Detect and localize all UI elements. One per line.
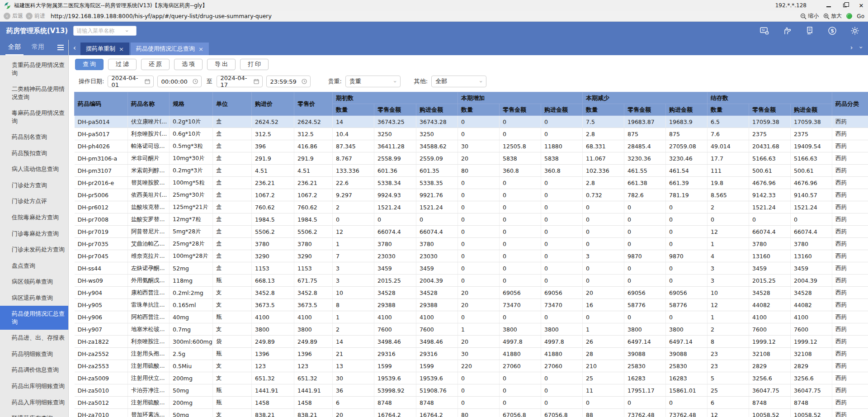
tab-close-icon[interactable]: × bbox=[198, 46, 203, 52]
toolbar-button-1[interactable]: 查询 bbox=[75, 59, 104, 70]
table-row[interactable]: DH-za5012注射用硫酸...200mg瓶14581458687488748… bbox=[75, 397, 868, 409]
sidebar-item[interactable]: 病区退药单查询 bbox=[0, 290, 68, 306]
table-row[interactable]: DH-pm3107米索前列醇...0.2mg*3片盒4.514.51133.33… bbox=[75, 165, 868, 177]
chevron-down-icon[interactable]: › bbox=[124, 29, 130, 32]
column-subheader[interactable]: 购进金额 bbox=[416, 104, 458, 116]
sidebar-item[interactable]: 药品进、出、存报表 bbox=[0, 330, 68, 346]
sidebar-tab-常用[interactable]: 常用 bbox=[29, 40, 47, 55]
table-row[interactable]: DH-ss44左炔诺孕酮...52mg盒11531153334593459000… bbox=[75, 262, 868, 275]
table-row[interactable]: DH-za5010卡泊芬净注...50mg瓶1441.911441.913653… bbox=[75, 384, 868, 397]
table-row[interactable]: DH-pr6012盐酸埃克替...125mg*21片盒760.62760.622… bbox=[75, 201, 868, 213]
table-row[interactable]: DH-za5009注射用伏立...200mg支651.32651.3230195… bbox=[75, 372, 868, 384]
table-row[interactable]: DH-y904康柏西普注...0.2ml:2mg支3452.83452.8103… bbox=[75, 287, 868, 299]
table-row[interactable]: DH-y906阿柏西普注...40mg瓶41004100141004100000… bbox=[75, 311, 868, 323]
column-header[interactable]: 药品编码 bbox=[75, 92, 128, 116]
tabs-list-dropdown-icon[interactable]: › bbox=[858, 46, 865, 49]
date-to-input[interactable]: 2024-04-17 bbox=[217, 76, 263, 87]
column-header[interactable]: 单位 bbox=[213, 92, 252, 116]
sidebar-tab-全部[interactable]: 全部 bbox=[5, 40, 24, 55]
sidebar-item[interactable]: 住院毒麻处方查询 bbox=[0, 209, 68, 226]
column-subheader[interactable]: 数量 bbox=[708, 104, 749, 116]
table-row[interactable]: DH-pr7045维奈克拉片...100mg*28片盒3290329072303… bbox=[75, 250, 868, 262]
sidebar-item[interactable]: 药品使用情况汇总查询 bbox=[0, 306, 68, 330]
forward-button[interactable]: › 前进 bbox=[26, 12, 45, 20]
minimize-button[interactable] bbox=[826, 3, 832, 8]
sidebar-item[interactable]: 二类精神药品使用情况查询 bbox=[0, 81, 68, 105]
sidebar-item[interactable]: 药品别名查询 bbox=[0, 129, 68, 145]
table-row[interactable]: DH-za7010替加环素冻...50mg支838.21838.21201676… bbox=[75, 409, 868, 417]
column-header[interactable]: 购进价 bbox=[252, 92, 294, 116]
document-tab[interactable]: 药品使用情况汇总查询× bbox=[131, 43, 209, 55]
valuable-select[interactable]: 贵重 › bbox=[345, 76, 401, 87]
table-row[interactable]: DH-pa5014伏立康唑片(...0.2g*10片盒2624.522624.5… bbox=[75, 116, 868, 128]
column-subheader[interactable]: 数量 bbox=[333, 104, 374, 116]
table-row[interactable]: DH-za1822利奈唑胺注...300ml:600mg袋249.89249.8… bbox=[75, 336, 868, 348]
date-from-input[interactable]: 2024-04-01 bbox=[108, 76, 154, 87]
tab-close-icon[interactable]: × bbox=[119, 46, 124, 52]
time-from-input[interactable]: 00:00:00 bbox=[157, 76, 202, 87]
column-subheader[interactable]: 数量 bbox=[583, 104, 624, 116]
settings-gear-icon[interactable] bbox=[850, 26, 860, 36]
back-button[interactable]: ‹ 后退 bbox=[4, 12, 23, 20]
close-button[interactable]: ✕ bbox=[858, 3, 864, 8]
document-tab[interactable]: 摆药单重制× bbox=[80, 43, 129, 55]
table-row[interactable]: DH-pr5006依西美坦片(...25mg*30片盒1067.21067.29… bbox=[75, 189, 868, 201]
table-row[interactable]: DH-za2553注射用硫酸...0.5Miu支1231231315991599… bbox=[75, 360, 868, 372]
sidebar-item[interactable]: 门诊处方查询 bbox=[0, 177, 68, 194]
column-subheader[interactable]: 零售金额 bbox=[500, 104, 541, 116]
si-card-reader-icon[interactable]: SI bbox=[760, 26, 769, 36]
table-row[interactable]: DH-ws09外用氨酮戊...118mg瓶668.13671.7532015.2… bbox=[75, 275, 868, 287]
table-row[interactable]: DH-y905雷珠单抗注...0.165ml支3673.53673.582938… bbox=[75, 299, 868, 311]
table-row[interactable]: DH-ph4026帕洛诺司琼...0.5mg*3粒盒396416.8687.34… bbox=[75, 140, 868, 152]
receipt-printer-icon[interactable] bbox=[805, 26, 815, 36]
tabs-scroll-left-icon[interactable]: ‹ bbox=[69, 43, 80, 52]
toolbar-button-3[interactable]: 还原 bbox=[141, 59, 170, 70]
menu-search-input[interactable] bbox=[76, 28, 126, 34]
url-text[interactable]: http://192.168.189.188:8000/his-yf/app/#… bbox=[51, 13, 797, 19]
table-row[interactable]: DH-pr2016-e替莫唑胺胶...100mg*5粒盒236.21236.21… bbox=[75, 177, 868, 189]
toolbar-button-5[interactable]: 导出 bbox=[207, 59, 236, 70]
other-select[interactable]: 全部 › bbox=[431, 76, 486, 87]
sidebar-item[interactable]: 贵重药品使用情况查询 bbox=[0, 57, 68, 81]
column-subheader[interactable]: 零售金额 bbox=[374, 104, 416, 116]
menu-collapse-icon[interactable] bbox=[57, 40, 64, 55]
toolbar-button-2[interactable]: 过滤 bbox=[108, 59, 137, 70]
table-row[interactable]: DH-pr7019阿昔替尼片...5mg*28片盒5506.25506.2126… bbox=[75, 226, 868, 238]
table-row[interactable]: DH-pm3106-a米非司酮片10mg*30片盒291.9291.98.767… bbox=[75, 152, 868, 165]
tabs-scroll-right-icon[interactable]: › bbox=[850, 44, 853, 51]
sidebar-item[interactable]: 毒麻药品使用情况查询 bbox=[0, 105, 68, 129]
sidebar-item[interactable]: 盘点查询 bbox=[0, 258, 68, 274]
column-header[interactable]: 药品名称 bbox=[128, 92, 170, 116]
column-subheader[interactable]: 数量 bbox=[458, 104, 500, 116]
table-row[interactable]: DH-pr7008盐酸安罗替...12mg*7粒盒1984.51984.5000… bbox=[75, 213, 868, 226]
hand-sign-icon[interactable] bbox=[782, 26, 792, 36]
column-subheader[interactable]: 购进金额 bbox=[666, 104, 708, 116]
sidebar-item[interactable]: 药品预扣查询 bbox=[0, 145, 68, 161]
menu-search-box[interactable]: › bbox=[73, 26, 137, 36]
column-subheader[interactable]: 零售金额 bbox=[624, 104, 666, 116]
sidebar-item[interactable]: 病人流动信息查询 bbox=[0, 161, 68, 177]
sidebar-item[interactable]: 门诊处方点评 bbox=[0, 193, 68, 209]
sidebar-item[interactable]: 病区领药单查询 bbox=[0, 274, 68, 290]
table-row[interactable]: DH-pr7035艾曲泊帕乙...25mg*28片盒37803780137803… bbox=[75, 238, 868, 250]
table-row[interactable]: DH-za2552注射用头孢...2.5g瓶139613962129316293… bbox=[75, 348, 868, 360]
column-subheader[interactable]: 购进金额 bbox=[791, 104, 832, 116]
go-button[interactable]: Go bbox=[857, 13, 864, 19]
table-row[interactable]: DH-y907地塞米松玻...0.7mg支3800380027600760013… bbox=[75, 323, 868, 336]
zoom-out-button[interactable]: 缩小 bbox=[800, 12, 819, 20]
sidebar-item[interactable]: 药品调价信息查询 bbox=[0, 362, 68, 378]
column-subheader[interactable]: 零售金额 bbox=[749, 104, 791, 116]
toolbar-button-6[interactable]: 打印 bbox=[240, 59, 269, 70]
sidebar-item[interactable]: 门诊毒麻处方查询 bbox=[0, 226, 68, 242]
table-row[interactable]: DH-pa5017利奈唑胺片(...0.6g*10片盒312.5312.510.… bbox=[75, 128, 868, 140]
column-header[interactable]: 规格 bbox=[170, 92, 213, 116]
zoom-in-button[interactable]: 放大 bbox=[823, 12, 842, 20]
time-to-input[interactable]: 23:59:59 bbox=[266, 76, 311, 87]
sidebar-item[interactable]: 药品明细账查询 bbox=[0, 346, 68, 362]
sidebar-item[interactable]: 预退药库存查询 bbox=[0, 410, 68, 417]
circle-s-icon[interactable]: S bbox=[827, 26, 837, 36]
column-header[interactable]: 药品分类 bbox=[832, 92, 868, 116]
toolbar-button-4[interactable]: 选项 bbox=[174, 59, 203, 70]
column-subheader[interactable]: 购进金额 bbox=[541, 104, 583, 116]
sidebar-item[interactable]: 门诊未发药处方查询 bbox=[0, 242, 68, 258]
